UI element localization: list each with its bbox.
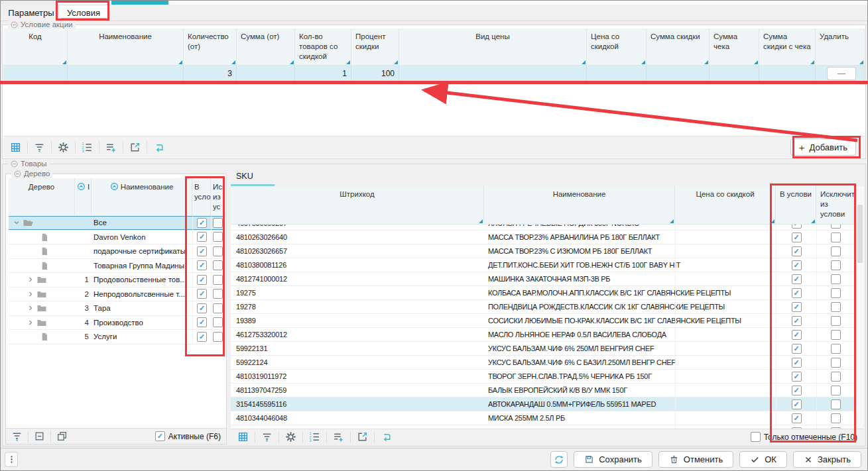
gear-icon[interactable] [285,431,296,443]
only-checked-checkbox[interactable]: Только отмеченные (F10) [751,432,857,442]
filter-icon[interactable] [261,431,273,443]
sku-row[interactable]: 3154145595116АВТОКАРАНДАШ 0.5ММ+ГРИФЕЛЬ … [231,397,855,411]
sku-row[interactable]: 19389СОСИСКИ ЛЮБИМЫЕ ПО-КРАК.КЛАССИК В/С… [231,314,855,328]
tree-node-name[interactable]: Все [92,216,192,230]
exclude-checkbox[interactable] [831,399,841,409]
exclude-checkbox[interactable] [213,232,223,242]
tree-node-name[interactable]: Производство [92,316,192,330]
tab-parameters[interactable]: Параметры [5,5,57,21]
numbered-list-icon[interactable]: 123 [309,431,320,443]
condition-column-header[interactable]: Удалить [816,28,865,66]
in-condition-checkbox[interactable]: ✓ [197,246,207,256]
exclude-checkbox[interactable] [213,332,223,342]
in-condition-checkbox[interactable]: ✓ [792,260,802,270]
sku-column-header[interactable]: Цена со скидкой [675,186,776,225]
chevron-right-icon[interactable] [27,319,34,327]
active-checkbox-box[interactable]: ✓ [155,431,165,441]
tree-node-name[interactable]: Непродовольтсвенные т... [92,288,192,301]
in-condition-checkbox[interactable]: ✓ [197,303,207,313]
chevron-right-icon[interactable] [27,276,34,284]
sku-row[interactable]: 4607050000297ХЛОПЬЯ ГРЕЧНЕВЫЕ НОРДИК 350… [231,225,855,231]
filter-icon[interactable] [11,431,23,442]
condition-column-header[interactable]: Количество (от) [184,28,237,66]
exclude-checkbox[interactable] [213,289,223,299]
sku-row[interactable]: 19275КОЛБАСА ВАР.МОЛОЧН.АПП.КЛАССИК В/С … [231,286,855,300]
tree-node-name[interactable]: Товарная Группа Мадины [92,259,192,273]
collapse-group-icon[interactable] [14,170,21,178]
tree-row[interactable]: подарочные сертификаты✓ [9,244,224,259]
tree-node-icons[interactable] [9,316,75,330]
sku-row[interactable]: 59922131УКСУС БАЛЬЗАМ.ЧИФ 6% 250МЛ ВЕНГР… [231,342,855,356]
in-condition-checkbox[interactable]: ✓ [792,399,802,409]
chevron-down-icon[interactable] [13,219,21,227]
tree-node-name[interactable]: Услуги [92,330,192,344]
condition-column-header[interactable]: Процент скидки [351,28,399,66]
tree-node-icons[interactable] [9,216,75,230]
sku-row[interactable]: 4811397047259БАЛЫК ЕВРОПЕЙСКИЙ К/В В/У М… [231,384,855,397]
grid-icon[interactable] [237,431,249,443]
sku-scrollbar-thumb[interactable] [857,205,863,263]
close-button[interactable]: Закрыть [793,451,861,468]
condition-row-cell[interactable] [759,66,816,81]
in-condition-checkbox[interactable]: ✓ [197,218,207,228]
in-condition-checkbox[interactable]: ✓ [792,316,802,326]
tree-row[interactable]: Davron Venkon✓ [9,231,224,245]
condition-row-cell[interactable] [237,66,295,81]
tree-node-icons[interactable] [9,288,75,301]
sku-column-header[interactable]: Наименование [484,186,675,225]
condition-row-cell[interactable] [68,66,184,81]
condition-column-header[interactable]: Сумма (от) [237,28,295,66]
condition-column-header[interactable]: Вид цены [399,28,587,66]
in-condition-checkbox[interactable]: ✓ [792,225,802,229]
sku-row[interactable]: 4812741000012МАШИНКА ЗАКАТОЧНАЯ МЗП-3В Р… [231,272,855,286]
condition-column-header[interactable]: Сумма скидки с чека [759,28,816,66]
tree-row[interactable]: 3Тара✓ [9,301,224,316]
exclude-checkbox[interactable] [213,303,223,313]
in-condition-checkbox[interactable]: ✓ [197,232,207,242]
exclude-checkbox[interactable] [831,274,841,284]
exclude-checkbox[interactable] [213,317,223,327]
exclude-checkbox[interactable] [831,413,841,423]
condition-column-header[interactable]: Сумма скидки [647,28,710,66]
condition-row-cell[interactable] [587,66,647,81]
condition-row-cell[interactable]: 100 [351,66,399,81]
sort-circle-icon[interactable] [110,182,119,191]
in-condition-checkbox[interactable]: ✓ [792,233,802,242]
export-icon[interactable] [129,142,141,153]
grid-icon[interactable] [10,142,21,153]
exclude-checkbox[interactable] [213,260,223,270]
tree-node-icons[interactable] [9,244,75,258]
sku-row[interactable]: 4810344046048МИСКА 255ММ 2.5Л РБ✓ [231,411,855,425]
exclude-checkbox[interactable] [831,225,841,229]
in-condition-checkbox[interactable]: ✓ [197,289,207,299]
tree-row[interactable]: 5Услуги✓ [9,330,224,344]
sku-row[interactable]: 4810319011972ТВОРОГ ЗЕРН.СЛАВ.ТРАД.5% ЧЕ… [231,370,855,384]
add-condition-button[interactable]: + Добавить [790,138,856,156]
exclude-checkbox[interactable] [831,386,841,395]
collapse-group-icon[interactable] [11,21,18,28]
exclude-checkbox[interactable] [831,330,841,340]
tree-column-header[interactable]: Искл из ус [211,178,224,217]
tree-node-icons[interactable] [9,259,75,273]
tree-column-header[interactable]: I [75,178,92,217]
list-add-icon[interactable] [105,142,117,153]
collapse-group-icon[interactable] [11,160,18,168]
condition-row-cell[interactable] [710,66,759,81]
exclude-checkbox[interactable] [831,372,841,382]
exclude-checkbox[interactable] [213,246,223,256]
in-condition-checkbox[interactable]: ✓ [792,386,802,395]
delete-row-button[interactable]: — [827,67,856,80]
gear-icon[interactable] [58,142,69,153]
tree-row[interactable]: 1Продовольственные тов...✓ [9,273,224,288]
refresh-loop-icon[interactable] [153,142,164,153]
sku-row[interactable]: 4612753320012МАСЛО ЛЬНЯНОЕ НЕРАФ 0.5Л ВА… [231,328,855,342]
sku-row[interactable]: 59922124УКСУС БАЛЬЗАМ.ЧИФ 6% С БАЗИЛ.250… [231,356,855,370]
tree-column-header[interactable]: Наименование [92,178,192,217]
in-condition-checkbox[interactable]: ✓ [792,413,802,423]
save-button[interactable]: Сохранить [574,451,652,468]
exclude-checkbox[interactable] [213,218,223,228]
sku-row[interactable]: 4810380081126ДЕТ.ПИТ.КОНС.БЕБИ ХИТ ГОВ.Н… [231,258,855,272]
sku-scrollbar[interactable] [855,186,864,429]
numbered-list-icon[interactable]: 123 [82,142,93,153]
exclude-checkbox[interactable] [831,302,841,312]
